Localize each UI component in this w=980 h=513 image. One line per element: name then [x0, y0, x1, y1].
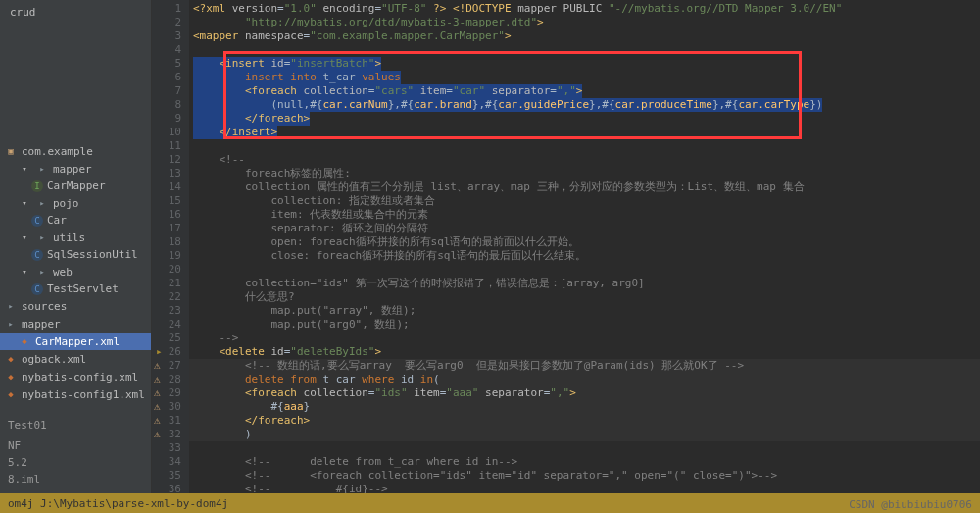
folder-icon: ▸ — [35, 265, 49, 279]
code-line-12[interactable]: <!-- — [189, 153, 980, 167]
tree-item-pojo[interactable]: ▾▸pojo — [0, 194, 151, 212]
tree-item-CarMapper.xml[interactable]: ◆CarMapper.xml — [0, 333, 151, 350]
line-gutter: 1234567891011121314151617181920212223242… — [152, 0, 189, 493]
code-line-20[interactable] — [189, 263, 980, 277]
tree-item-mapper[interactable]: ▸mapper — [0, 315, 151, 333]
project-title: crud — [0, 0, 151, 25]
code-line-13[interactable]: foreach标签的属性: — [189, 167, 980, 180]
code-line-25[interactable]: --> — [189, 332, 980, 345]
xml-icon: ◆ — [4, 352, 18, 366]
project-sidebar: crud ▣com.example▾▸mapperICarMapper▾▸poj… — [0, 0, 152, 513]
code-line-17[interactable]: separator: 循环之间的分隔符 — [189, 222, 980, 235]
code-line-18[interactable]: open: foreach循环拼接的所有sql语句的最前面以什么开始。 — [189, 235, 980, 249]
code-line-10[interactable]: </insert> — [189, 126, 980, 139]
code-line-6[interactable]: insert into t_car values — [189, 71, 980, 84]
sec-item[interactable]: 8.iml — [0, 471, 151, 487]
folder-icon: ▸ — [4, 317, 18, 331]
status-left: om4j J:\Mybatis\parse-xml-by-dom4j — [8, 497, 228, 510]
sec-item[interactable]: 5.2 — [0, 454, 151, 471]
folder-icon: ▸ — [4, 299, 18, 313]
editor-pane[interactable]: 1234567891011121314151617181920212223242… — [152, 0, 980, 493]
code-line-3[interactable]: <mapper namespace="com.example.mapper.Ca… — [189, 29, 980, 43]
tree-item-nybatis-config1.xml[interactable]: ◆nybatis-config1.xml — [0, 385, 151, 403]
tree-item-nybatis-config.xml[interactable]: ◆nybatis-config.xml — [0, 368, 151, 385]
tree-item-CarMapper[interactable]: ICarMapper — [0, 178, 151, 194]
code-line-7[interactable]: <foreach collection="cars" item="car" se… — [189, 84, 980, 98]
tree-item-mapper[interactable]: ▾▸mapper — [0, 160, 151, 178]
tree-item-SqlSessionUtil[interactable]: CSqlSessionUtil — [0, 246, 151, 263]
code-area[interactable]: <?xml version="1.0" encoding="UTF-8" ?> … — [189, 0, 980, 493]
folder-icon: ▸ — [35, 196, 49, 210]
class-icon: C — [31, 215, 43, 227]
tree-item-ogback.xml[interactable]: ◆ogback.xml — [0, 350, 151, 368]
code-line-33[interactable] — [189, 441, 980, 455]
code-line-29[interactable]: <foreach collection="ids" item="aaa" sep… — [189, 386, 980, 400]
tree-item-Car[interactable]: CCar — [0, 212, 151, 229]
tree-item-web[interactable]: ▾▸web — [0, 263, 151, 281]
code-line-2[interactable]: "http://mybatis.org/dtd/mybatis-3-mapper… — [189, 16, 980, 29]
xml-icon: ◆ — [18, 334, 31, 348]
pkg-icon: ▣ — [4, 144, 18, 158]
class-icon: C — [31, 249, 43, 261]
sec-item[interactable]: NF — [0, 437, 151, 454]
code-line-5[interactable]: <insert id="insertBatch"> — [189, 57, 980, 71]
code-line-30[interactable]: #{aaa} — [189, 400, 980, 414]
code-line-26[interactable]: <delete id="deleteByIds"> — [189, 345, 980, 359]
folder-icon: ▸ — [35, 162, 49, 176]
watermark: CSDN @biubiubiu0706 — [849, 498, 972, 511]
code-line-4[interactable] — [189, 43, 980, 57]
code-line-28[interactable]: delete from t_car where id in( — [189, 373, 980, 386]
code-line-31[interactable]: </foreach> — [189, 414, 980, 428]
code-line-14[interactable]: collection 属性的值有三个分别是 list、array、map 三种，… — [189, 180, 980, 194]
xml-icon: ◆ — [4, 387, 18, 401]
scratches-section: Test01NF5.28.iml — [0, 403, 151, 487]
code-line-15[interactable]: collection: 指定数组或者集合 — [189, 194, 980, 208]
code-line-9[interactable]: </foreach> — [189, 112, 980, 126]
code-line-27[interactable]: <!-- 数组的话,要么写array 要么写arg0 但是如果接口参数加了@Pa… — [189, 359, 980, 373]
tree-item-sources[interactable]: ▸sources — [0, 297, 151, 315]
code-line-1[interactable]: <?xml version="1.0" encoding="UTF-8" ?> … — [189, 2, 980, 16]
code-line-16[interactable]: item: 代表数组或集合中的元素 — [189, 208, 980, 222]
code-line-8[interactable]: (null,#{car.carNum},#{car.brand},#{car.g… — [189, 98, 980, 112]
tree-item-utils[interactable]: ▾▸utils — [0, 229, 151, 246]
tree-item-com.example[interactable]: ▣com.example — [0, 142, 151, 160]
project-tree[interactable]: ▣com.example▾▸mapperICarMapper▾▸pojoCCar… — [0, 25, 151, 403]
code-line-32[interactable]: ) — [189, 428, 980, 441]
folder-icon: ▸ — [35, 231, 49, 244]
code-line-22[interactable]: 什么意思? — [189, 290, 980, 304]
code-line-34[interactable]: <!-- delete from t_car where id in--> — [189, 455, 980, 469]
class-icon: C — [31, 283, 43, 295]
status-bar: om4j J:\Mybatis\parse-xml-by-dom4j — [0, 493, 980, 513]
code-line-19[interactable]: close: foreach循环拼接的所有sql语句的最后面以什么结束。 — [189, 249, 980, 263]
code-line-35[interactable]: <!-- <foreach collection="ids" item="id"… — [189, 469, 980, 483]
code-line-11[interactable] — [189, 139, 980, 153]
xml-icon: ◆ — [4, 370, 18, 384]
tree-item-TestServlet[interactable]: CTestServlet — [0, 281, 151, 297]
iface-icon: I — [31, 180, 43, 192]
sec-item[interactable]: Test01 — [0, 417, 151, 434]
code-line-21[interactable]: collection="ids" 第一次写这个的时候报错了，错误信息是：[arr… — [189, 277, 980, 290]
code-line-24[interactable]: map.put("arg0", 数组); — [189, 318, 980, 332]
code-line-23[interactable]: map.put("array", 数组); — [189, 304, 980, 318]
